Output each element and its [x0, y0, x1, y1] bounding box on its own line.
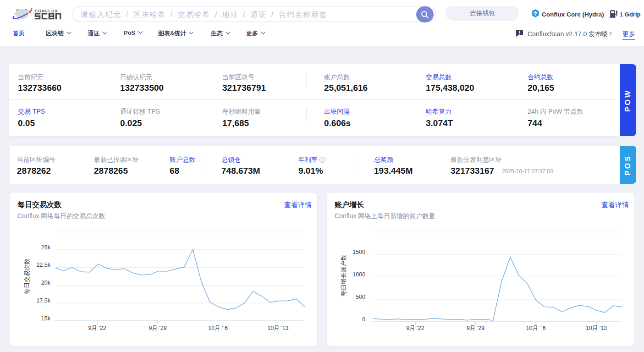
svg-text:500: 500	[356, 294, 365, 300]
svg-text:每日增长账户数: 每日增长账户数	[340, 255, 347, 297]
svg-text:25k: 25k	[41, 244, 51, 251]
svg-text:1000: 1000	[352, 271, 365, 278]
svg-text:10月 '13: 10月 '13	[267, 325, 288, 331]
svg-text:CONFLUX: CONFLUX	[34, 9, 58, 13]
svg-text:9月 '22: 9月 '22	[88, 325, 106, 331]
svg-text:9月 '29: 9月 '29	[149, 325, 166, 331]
svg-text:1500: 1500	[352, 249, 365, 255]
svg-text:15k: 15k	[41, 315, 51, 322]
svg-text:10月 ' 6: 10月 ' 6	[526, 325, 546, 331]
svg-text:17.5k: 17.5k	[36, 297, 50, 304]
svg-text:10月 '13: 10月 '13	[586, 325, 607, 331]
svg-text:20k: 20k	[41, 280, 51, 286]
svg-text:9月 '22: 9月 '22	[406, 325, 424, 331]
svg-text:22.5k: 22.5k	[36, 262, 50, 268]
svg-text:9月 '29: 9月 '29	[467, 325, 484, 331]
svg-text:10月 ' 6: 10月 ' 6	[208, 325, 228, 331]
svg-text:每日交易次数: 每日交易次数	[23, 258, 30, 294]
svg-text:0: 0	[362, 316, 365, 323]
